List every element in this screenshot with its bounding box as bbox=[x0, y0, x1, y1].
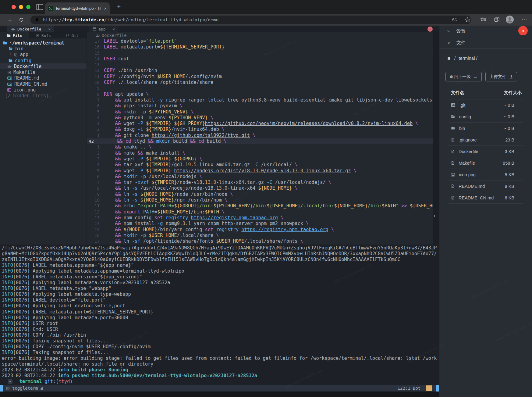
code-line-6[interactable]: 6 && mkdir -p /usr/local/nodejs \ bbox=[87, 174, 433, 180]
code-line-8[interactable]: 8RUN apt update \ bbox=[87, 91, 433, 97]
code-line-11[interactable]: 11 && echo "export PATH=${GOROOT}/bin:${… bbox=[87, 203, 433, 209]
go-up-button[interactable]: 返回上一级 ← bbox=[445, 72, 482, 81]
traffic-light-zoom[interactable] bbox=[26, 5, 30, 9]
code-line-17[interactable]: 17 && ln -sf /opt/titanide/share/fonts $… bbox=[87, 238, 433, 244]
code-line-13[interactable]: 13 && npm config set registry https://re… bbox=[87, 215, 433, 221]
code-line-9[interactable]: 9 bbox=[87, 85, 433, 91]
profile-avatar[interactable] bbox=[506, 16, 514, 23]
code-line-7[interactable]: 7 && tar -xvzf ${TMPDIR}/node-v18.13.0-l… bbox=[87, 180, 433, 185]
file-row-Dockerfile[interactable]: Dockerfile3 KB bbox=[449, 146, 523, 157]
terminal-line: INFO[0076] Cmd: USER bbox=[2, 327, 439, 332]
code-line-13[interactable]: 13 bbox=[87, 62, 433, 68]
code-line-15[interactable]: 15 && ${NODE_HOME}/bin/yarn config set r… bbox=[87, 227, 433, 233]
code-line-11[interactable]: 11COPY ./config/nvim $USER_HOME/.config/… bbox=[87, 74, 433, 80]
code-line-3[interactable]: 3 && wget -P ${TMPDIR} ${GOPKG} \ bbox=[87, 156, 433, 162]
home-icon[interactable] bbox=[447, 56, 451, 60]
code-line-2[interactable]: 2 && dpkg -i ${TMPDIR}/nvim-linux64.deb … bbox=[87, 127, 433, 132]
code-line-2[interactable]: 2 && make && make install \ bbox=[87, 150, 433, 156]
code-line-6[interactable]: 6 && pip3 install pynvim \ bbox=[87, 103, 433, 109]
file-name: config bbox=[459, 114, 471, 119]
url-text[interactable]: https://try.titanide.cn/ide/web/coding/t… bbox=[43, 17, 218, 22]
code-line-14[interactable]: 14 && npm install -g npm@9.3.1 yarn cnpm… bbox=[87, 221, 433, 227]
breadcrumb-dir[interactable]: terminal / bbox=[459, 55, 477, 61]
code-line-4[interactable]: 4 && tar xvf ${TMPDIR}/go1.19.5.linux-am… bbox=[87, 162, 433, 168]
expand-panel-icon[interactable]: › bbox=[434, 212, 435, 219]
tree-item-Dockerfile[interactable]: Dockerfile bbox=[0, 63, 87, 69]
explorer-tab-bufs[interactable]: Bufs bbox=[29, 32, 58, 38]
code-line-14[interactable]: 14USER root bbox=[87, 56, 433, 62]
code-line-10[interactable]: 10 && ln -s ${NODE_HOME}/npm /usr/bin/np… bbox=[87, 197, 433, 203]
tree-item-bin[interactable]: bin bbox=[0, 46, 87, 52]
file-row-.gitignore[interactable]: .gitignore23 B bbox=[449, 134, 523, 146]
file-row-README.md[interactable]: README.md9 KB bbox=[449, 181, 523, 192]
file-row-Makefile[interactable]: Makefile858 B bbox=[449, 157, 523, 169]
browser-tab[interactable]: terminal-ttyd-wlotnipo - TitanI × bbox=[45, 2, 110, 14]
more-menu-icon[interactable]: ⋯ bbox=[522, 16, 527, 22]
user-badge[interactable]: a bbox=[518, 26, 528, 35]
build-terminal[interactable]: /fj7CcwoCW7ZXBc3snKxZNYHpbh7uhwOvx2lsi4W… bbox=[0, 245, 439, 385]
read-aloud-icon[interactable]: A bbox=[452, 17, 458, 22]
code-line-15[interactable]: 15 bbox=[87, 50, 433, 56]
close-pane-button[interactable]: × bbox=[427, 27, 433, 32]
code-line-17[interactable]: 17LABEL devtools="file,port" bbox=[87, 38, 433, 44]
branch-icon bbox=[66, 34, 69, 38]
file-table: 文件名 文件大小 git.git~ 0 Bconfig~ 0 Bbin~ 0 B… bbox=[449, 90, 523, 204]
code-line-1[interactable]: 1 && git clone https://github.com/tsl092… bbox=[87, 133, 433, 138]
add-favorite-icon[interactable] bbox=[465, 17, 470, 22]
tree-item-label: README.md bbox=[14, 75, 39, 81]
docker-whale-icon bbox=[11, 27, 15, 31]
code-line-16[interactable]: 16 && mkdir -p $USER_HOME/.local/share \ bbox=[87, 233, 433, 238]
code-line-5[interactable]: 5 && wget -P ${TMPDIR} https://nodejs.or… bbox=[87, 168, 433, 174]
terminal-line: 2023-02-08T21:44:22 info pushed titan.hu… bbox=[2, 373, 439, 379]
collections-icon[interactable] bbox=[494, 17, 499, 22]
file-row-README_CN.md[interactable]: README_CN.md6 KB bbox=[449, 192, 523, 204]
tabline-tab-app[interactable]: app × bbox=[89, 26, 119, 32]
code-line-3[interactable]: 3 && wget -P ${TMPDIR} ${GH_PROXY}https:… bbox=[87, 121, 433, 127]
favorites-icon[interactable] bbox=[480, 17, 486, 22]
address-bar[interactable]: https://try.titanide.cn/ide/web/coding/t… bbox=[30, 16, 471, 24]
tree-item-icon.png[interactable]: icon.png bbox=[0, 87, 87, 93]
code-line-5[interactable]: 5 && mkdir -p ${PYTHON_VENV} \ bbox=[87, 109, 433, 115]
upload-file-button[interactable]: 上传文件 bbox=[485, 72, 517, 81]
terminal-prompt[interactable]: → terminal git:(ttyd) bbox=[2, 379, 439, 384]
cursor-position: 122:1 bbox=[398, 386, 410, 391]
file-row-icon.png[interactable]: icon.png5 KB bbox=[449, 169, 523, 181]
tab-close-icon[interactable]: × bbox=[48, 27, 51, 31]
section-files[interactable]: ∨ 文件 bbox=[439, 37, 532, 49]
code-line-12[interactable]: 12 && export PATH=${NODE_HOME}/bin:$PATH… bbox=[87, 209, 433, 215]
tree-item-config[interactable]: config bbox=[0, 58, 87, 63]
prompt-terminal-icon: → bbox=[8, 379, 12, 384]
tab-actions-icon[interactable] bbox=[36, 4, 43, 10]
code-line-10[interactable]: 10COPY ./.local/share /opt/titanide/shar… bbox=[87, 80, 433, 85]
file-row-bin[interactable]: bin~ 0 B bbox=[449, 123, 523, 134]
tab-close-icon[interactable]: × bbox=[104, 6, 107, 11]
explorer-tab-file[interactable]: File bbox=[0, 32, 29, 38]
traffic-light-minimize[interactable] bbox=[19, 5, 23, 9]
refresh-icon[interactable] bbox=[19, 17, 24, 22]
back-icon[interactable]: ← bbox=[7, 16, 13, 23]
traffic-light-close[interactable] bbox=[12, 5, 16, 9]
code-line-1[interactable]: 1 && cmake .. \ bbox=[87, 144, 433, 150]
new-tab-button[interactable]: + bbox=[117, 3, 121, 10]
tree-item-README_CN.md[interactable]: README_CN.md bbox=[0, 81, 87, 87]
code-line-12[interactable]: 12COPY ./bin /usr/bin bbox=[87, 68, 433, 73]
tree-item-README.md[interactable]: README.md bbox=[0, 75, 87, 81]
explorer-tab-git[interactable]: Git bbox=[58, 32, 87, 38]
code-editor[interactable]: Dockerfile 17LABEL devtools="file,port"1… bbox=[87, 32, 433, 245]
breadcrumb[interactable]: / terminal / bbox=[447, 55, 525, 61]
panel-divider[interactable]: › bbox=[433, 32, 439, 245]
tabline-tab-dockerfile[interactable]: Dockerfile × bbox=[7, 26, 54, 32]
tree-root[interactable]: ~/workspace/terminal bbox=[0, 40, 87, 46]
code-line-7[interactable]: 7 && apt install -y ripgrep ranger lolca… bbox=[87, 97, 433, 103]
file-row-.git[interactable]: git.git~ 0 B bbox=[449, 99, 523, 111]
app-window-icon bbox=[93, 27, 96, 31]
file-row-config[interactable]: config~ 0 B bbox=[449, 111, 523, 123]
code-line-16[interactable]: 16LABEL metadata.port=${TERMINAL_SERVER_… bbox=[87, 44, 433, 50]
code-line-9[interactable]: 9 && ln -s ${NODE_HOME}/node /usr/bin/no… bbox=[87, 191, 433, 197]
tree-item-Makefile[interactable]: Makefile bbox=[0, 69, 87, 75]
tab-close-icon[interactable]: × bbox=[112, 27, 115, 31]
code-line-8[interactable]: 8 && ln -s /usr/local/nodejs/node-v18.13… bbox=[87, 185, 433, 191]
code-line-42[interactable]: 42 && cd ttyd && mkdir build && cd build… bbox=[87, 138, 433, 144]
code-line-4[interactable]: 4 && python3 -m venv ${PYTHON_VENV} \ bbox=[87, 115, 433, 121]
tree-item-app[interactable]: └app bbox=[0, 52, 87, 58]
